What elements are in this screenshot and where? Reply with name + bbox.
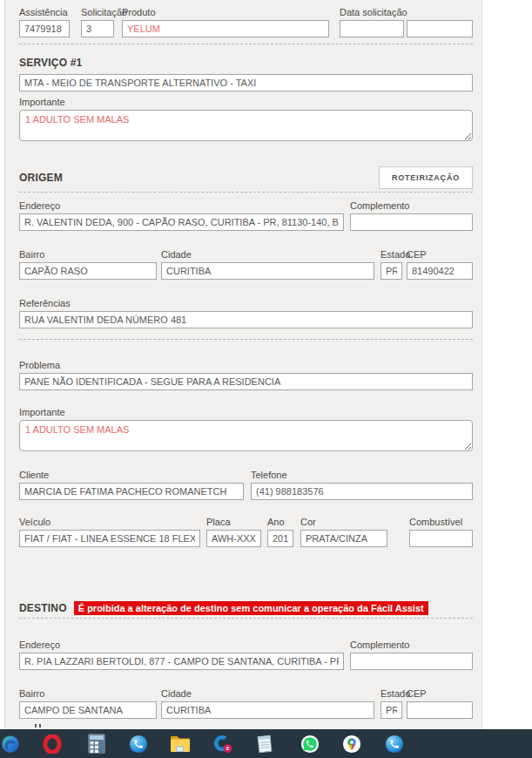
origem-estado-label: Estado: [380, 249, 402, 260]
combustivel-input[interactable]: [409, 530, 473, 547]
destino-estado-input[interactable]: [380, 701, 402, 719]
cor-input[interactable]: [300, 530, 387, 547]
cliente-row: Cliente Telefone: [19, 470, 473, 500]
notepad-icon[interactable]: [254, 733, 275, 755]
placa-input[interactable]: [206, 530, 261, 547]
ano-field: Ano: [267, 517, 293, 547]
data-solicitacao-time-input[interactable]: [407, 20, 473, 37]
origem-importante-label: Importante: [19, 407, 473, 417]
destino-complemento-field: Complemento: [350, 640, 473, 670]
phone-dialer-icon[interactable]: [128, 733, 149, 755]
c-app-badge-letter: c: [226, 745, 230, 751]
destino-estado-label: Estado: [380, 688, 402, 699]
origem-bairro-input[interactable]: [19, 262, 157, 280]
servico-importante-textarea[interactable]: 1 ADULTO SEM MALAS: [19, 110, 473, 141]
veiculo-label: Veículo: [19, 517, 200, 527]
servico-tipo-field: [19, 74, 473, 91]
destino-cep-input[interactable]: [407, 701, 473, 719]
ano-label: Ano: [267, 517, 293, 527]
origem-referencias-field: Referências: [19, 298, 473, 328]
solicitacao-label: Solicitação: [81, 7, 114, 17]
origem-bairro-row: Bairro Cidade Estado CEP: [19, 249, 473, 280]
servico-title: SERVIÇO #1: [19, 57, 473, 69]
destino-endereco-input[interactable]: [19, 653, 344, 670]
ano-input[interactable]: [267, 530, 293, 547]
edge-icon[interactable]: [0, 733, 21, 755]
origem-complemento-label: Complemento: [350, 200, 473, 211]
destino-header: DESTINOÉ proibida a alteração de destino…: [19, 599, 473, 615]
origem-cep-label: CEP: [407, 249, 473, 260]
section-divider: [19, 339, 473, 340]
assistencia-input[interactable]: [19, 20, 70, 37]
assistencia-label: Assistência: [19, 7, 70, 17]
destino-endereco-label: Endereço: [19, 640, 344, 650]
assistance-form-panel: Assistência Solicitação Produto Data sol…: [4, 0, 482, 729]
origem-endereco-input[interactable]: [19, 213, 344, 231]
destino-endereco-field: Endereço: [19, 640, 344, 670]
origem-endereco-field: Endereço: [19, 200, 344, 231]
servico-tipo-input[interactable]: [19, 74, 473, 91]
cliente-input[interactable]: [19, 483, 244, 500]
origem-title: ORIGEM: [19, 172, 63, 184]
origem-header: ORIGEM ROTEIRIZAÇÃO: [19, 166, 473, 189]
origem-complemento-input[interactable]: [350, 213, 473, 231]
destino-cidade-label: Cidade: [161, 688, 374, 699]
destino-warning-badge: É proibida a alteração de destino sem co…: [74, 601, 428, 615]
produto-input[interactable]: [122, 20, 329, 37]
origem-cep-input[interactable]: [407, 262, 473, 280]
origem-importante-textarea[interactable]: 1 ADULTO SEM MALAS: [19, 420, 473, 451]
origem-complemento-field: Complemento: [350, 200, 473, 231]
calculator-icon[interactable]: [86, 733, 107, 755]
destino-cep-field: CEP: [407, 688, 473, 719]
c-app-icon[interactable]: c: [212, 733, 233, 755]
phone-dialer-icon[interactable]: [384, 733, 405, 755]
origem-importante-field: Importante 1 ADULTO SEM MALAS: [19, 407, 473, 451]
origem-cidade-field: Cidade: [161, 249, 374, 280]
solicitacao-input[interactable]: [81, 20, 114, 37]
destino-cep-label: CEP: [407, 688, 473, 699]
origem-estado-field: Estado: [380, 249, 402, 280]
destino-complemento-label: Complemento: [350, 640, 473, 650]
google-maps-icon[interactable]: [341, 733, 362, 755]
roteirizacao-button[interactable]: ROTEIRIZAÇÃO: [379, 166, 473, 189]
origem-estado-input[interactable]: [380, 262, 402, 280]
origem-referencias-input[interactable]: [19, 311, 473, 328]
telefone-label: Telefone: [251, 470, 473, 480]
section-divider: [19, 192, 473, 193]
problema-input[interactable]: [19, 373, 473, 390]
destino-estado-field: Estado: [380, 688, 402, 719]
cliente-label: Cliente: [19, 470, 244, 480]
origem-endereco-row: Endereço Complemento: [19, 200, 473, 231]
file-explorer-icon[interactable]: [170, 733, 191, 755]
data-solicitacao-label: Data solicitação: [340, 7, 473, 17]
destino-bairro-field: Bairro: [19, 688, 157, 719]
servico-importante-label: Importante: [19, 97, 473, 107]
produto-label: Produto: [122, 7, 329, 17]
origem-cidade-input[interactable]: [161, 262, 374, 280]
telefone-input[interactable]: [251, 483, 473, 500]
solicitacao-field: Solicitação: [81, 7, 114, 37]
cor-field: Cor: [300, 517, 387, 547]
destino-complemento-input[interactable]: [350, 653, 473, 670]
placa-field: Placa: [206, 517, 261, 547]
destino-bairro-input[interactable]: [19, 701, 157, 719]
destino-bairro-label: Bairro: [19, 688, 157, 699]
clipped-next-section-text: [30, 724, 42, 728]
header-fields-row: Assistência Solicitação Produto Data sol…: [19, 7, 473, 37]
destino-endereco-row: Endereço Complemento: [19, 640, 473, 670]
origem-referencias-label: Referências: [19, 298, 473, 308]
whatsapp-icon[interactable]: [300, 733, 320, 755]
opera-icon[interactable]: [42, 733, 63, 755]
problema-field: Problema: [19, 360, 473, 390]
veiculo-input[interactable]: [19, 530, 200, 547]
assistencia-field: Assistência: [19, 7, 70, 37]
telefone-field: Telefone: [251, 470, 473, 500]
produto-field: Produto: [122, 7, 329, 37]
origem-cidade-label: Cidade: [161, 249, 374, 260]
veiculo-field: Veículo: [19, 517, 200, 547]
destino-cidade-field: Cidade: [161, 688, 374, 719]
problema-label: Problema: [19, 360, 473, 370]
data-solicitacao-date-input[interactable]: [340, 20, 404, 37]
combustivel-label: Combustível: [409, 517, 473, 527]
destino-cidade-input[interactable]: [161, 701, 374, 719]
